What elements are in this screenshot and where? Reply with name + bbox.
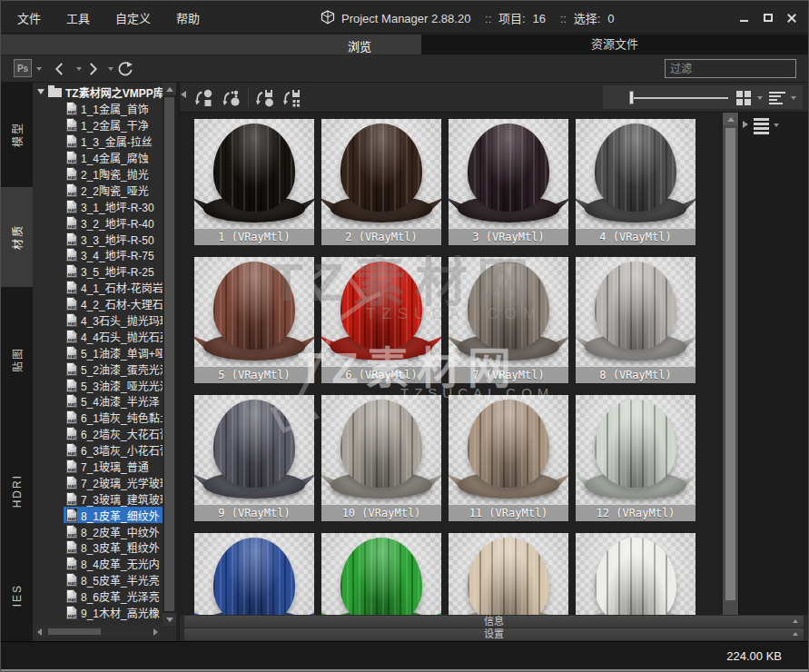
expand-settings-icon[interactable] bbox=[793, 632, 798, 636]
tree-expander-icon[interactable] bbox=[37, 89, 44, 94]
minimize-button[interactable] bbox=[736, 10, 752, 25]
thumbnail-size-slider[interactable] bbox=[629, 91, 634, 104]
panel-menu-icon[interactable] bbox=[754, 118, 769, 134]
tree-horizontal-scrollbar[interactable] bbox=[35, 626, 160, 637]
material-thumb[interactable]: 14 (VRayMtl) bbox=[321, 533, 441, 615]
tree-hscroll-thumb[interactable] bbox=[48, 628, 101, 635]
material-thumb[interactable]: 2 (VRayMtl) bbox=[321, 119, 441, 245]
apply-material-icon[interactable] bbox=[192, 86, 216, 110]
tab-hdri[interactable]: HDRI bbox=[1, 432, 33, 550]
tree-item[interactable]: MAT4_4石头_抛光石英 bbox=[33, 328, 163, 344]
tree-item[interactable]: MAT5_4油漆_半光泽 bbox=[33, 393, 163, 410]
filter-input[interactable] bbox=[665, 59, 796, 78]
scroll-left-arrow[interactable] bbox=[37, 628, 42, 636]
view-mode-dropdown-icon[interactable] bbox=[757, 96, 763, 100]
info-panel-header[interactable]: 信息 bbox=[184, 616, 804, 628]
tree-item[interactable]: MAT4_1_石材-花岗岩 bbox=[33, 280, 163, 296]
material-thumb[interactable]: 11 (VRayMtl) bbox=[449, 395, 568, 521]
forward-button[interactable] bbox=[81, 57, 104, 81]
tree-item[interactable]: MAT4_2_石材-大理石 bbox=[33, 296, 163, 312]
panel-menu-dropdown-icon[interactable] bbox=[774, 124, 779, 127]
collapse-tree-icon[interactable] bbox=[181, 91, 186, 98]
tree-item[interactable]: MAT1_3_金属-拉丝 bbox=[33, 133, 163, 150]
menu-tools[interactable]: 工具 bbox=[66, 9, 90, 26]
tree-root-folder[interactable]: TZ素材网之VMPP库 bbox=[33, 83, 163, 101]
material-thumb[interactable]: 16 (VRayMtl) bbox=[576, 533, 696, 615]
back-button[interactable] bbox=[48, 57, 72, 81]
scroll-up-arrow[interactable] bbox=[163, 83, 176, 95]
tab-asset-files[interactable]: 资源文件 bbox=[421, 35, 808, 54]
menu-customize[interactable]: 自定义 bbox=[115, 9, 151, 26]
material-thumb[interactable]: 10 (VRayMtl) bbox=[321, 395, 441, 521]
tree-item[interactable]: MAT6_2墙灰_大花石膏 bbox=[33, 426, 163, 442]
scroll-down-arrow[interactable] bbox=[163, 613, 176, 626]
scroll-right-arrow[interactable] bbox=[153, 628, 158, 636]
material-thumb[interactable]: 1 (VRayMtl) bbox=[194, 119, 314, 245]
tree-item[interactable]: MAT8_6皮革_光泽亮 bbox=[33, 588, 163, 605]
tree-item[interactable]: MAT3_3_地坪-R-50 bbox=[33, 231, 163, 247]
menu-file[interactable]: 文件 bbox=[17, 9, 41, 26]
tree-item[interactable]: MAT8_5皮革_半光亮 bbox=[33, 572, 163, 588]
tree-item[interactable]: MAT8_4皮革_无光内 bbox=[33, 556, 163, 572]
tab-materials[interactable]: 材质 bbox=[1, 187, 33, 287]
render-preview-icon[interactable] bbox=[253, 86, 277, 110]
tree-item-selected[interactable]: MAT8_1皮革_细纹外 bbox=[33, 507, 163, 523]
render-all-previews-icon[interactable] bbox=[281, 86, 304, 110]
material-thumb[interactable]: 9 (VRayMtl) bbox=[194, 395, 314, 521]
tree-item[interactable]: MAT1_1金属_首饰 bbox=[33, 101, 163, 117]
material-thumb[interactable]: 12 (VRayMtl) bbox=[576, 395, 696, 521]
tree-item[interactable]: MAT1_4金属_腐蚀 bbox=[33, 150, 163, 166]
tree-item[interactable]: MAT9_1木材_高光橡 bbox=[33, 605, 163, 621]
scroll-up-arrow[interactable] bbox=[723, 113, 738, 125]
tab-browse[interactable]: 浏览 bbox=[1, 35, 421, 54]
tab-models[interactable]: 模型 bbox=[1, 83, 33, 187]
apply-material-to-selection-icon[interactable] bbox=[220, 86, 243, 110]
material-thumb[interactable]: 8 (VRayMtl) bbox=[576, 257, 696, 383]
tree-item[interactable]: MAT3_2_地坪-R-40 bbox=[33, 214, 163, 231]
tree-vertical-scrollbar[interactable] bbox=[163, 83, 176, 626]
tree-item[interactable]: MAT7_3玻璃_建筑玻璃 bbox=[33, 490, 163, 507]
expand-info-icon[interactable] bbox=[793, 619, 798, 623]
tab-maps[interactable]: 贴图 bbox=[1, 287, 33, 432]
material-thumb[interactable]: 4 (VRayMtl) bbox=[576, 119, 696, 245]
material-thumb[interactable]: 15 (VRayMtl) bbox=[449, 533, 568, 615]
tree-item[interactable]: MAT2_2陶瓷_哑光 bbox=[33, 182, 163, 198]
tree-item[interactable]: MAT7_1玻璃_普通 bbox=[33, 459, 163, 475]
tab-ies[interactable]: IES bbox=[1, 550, 33, 641]
tree-item[interactable]: MAT6_1墙灰_纯色黏土 bbox=[33, 410, 163, 426]
tree-item[interactable]: MAT7_2玻璃_光学玻璃 bbox=[33, 474, 163, 490]
grid-scroll-thumb[interactable] bbox=[725, 128, 735, 600]
photoshop-dropdown-icon[interactable] bbox=[36, 67, 42, 71]
tree-item[interactable]: MAT5_2油漆_蛋壳光泽 bbox=[33, 361, 163, 377]
tree-item[interactable]: MAT2_1陶瓷_抛光 bbox=[33, 166, 163, 183]
tree-item[interactable]: MAT6_3墙灰_小花石膏 bbox=[33, 442, 163, 459]
material-thumb[interactable]: 3 (VRayMtl) bbox=[449, 119, 568, 245]
grid-view-icon[interactable] bbox=[736, 91, 751, 105]
photoshop-button[interactable]: Ps bbox=[14, 59, 32, 77]
material-thumb[interactable]: 5 (VRayMtl) bbox=[194, 257, 314, 383]
material-thumb[interactable]: 6 (VRayMtl) bbox=[321, 257, 441, 383]
tree-item[interactable]: MAT5_1油漆_单调+哑 bbox=[33, 344, 163, 361]
tree-item[interactable]: MAT3_4_地坪-R-75 bbox=[33, 247, 163, 263]
tree-item[interactable]: MAT8_3皮革_粗纹外 bbox=[33, 539, 163, 556]
tree-scroll-thumb[interactable] bbox=[164, 97, 174, 611]
thumbnail-size-slider-track[interactable] bbox=[632, 97, 728, 99]
mat-file-icon: MAT bbox=[66, 410, 77, 424]
close-button[interactable] bbox=[784, 10, 799, 25]
tree-item[interactable]: MAT3_5_地坪-R-25 bbox=[33, 263, 163, 280]
expand-panel-icon[interactable] bbox=[743, 121, 748, 128]
material-thumb[interactable]: 7 (VRayMtl) bbox=[449, 257, 568, 383]
tree-item[interactable]: MAT3_1_地坪-R-30 bbox=[33, 198, 163, 214]
refresh-button[interactable] bbox=[113, 57, 137, 81]
sort-dropdown-icon[interactable] bbox=[791, 96, 796, 100]
material-thumb[interactable]: 13 (VRayMtl) bbox=[194, 533, 314, 615]
tree-item[interactable]: MAT8_2皮革_中纹外 bbox=[33, 523, 163, 539]
grid-vertical-scrollbar[interactable] bbox=[723, 113, 738, 615]
settings-panel-header[interactable]: 设置 bbox=[184, 628, 804, 640]
menu-help[interactable]: 帮助 bbox=[176, 9, 200, 26]
tree-item[interactable]: MAT5_3油漆_哑光光泽 bbox=[33, 377, 163, 393]
maximize-button[interactable] bbox=[760, 10, 775, 25]
tree-item[interactable]: MAT1_2金属_干净 bbox=[33, 117, 163, 133]
tree-item[interactable]: MAT4_3石头_抛光玛瑙 bbox=[33, 312, 163, 329]
sort-icon[interactable] bbox=[769, 92, 785, 104]
